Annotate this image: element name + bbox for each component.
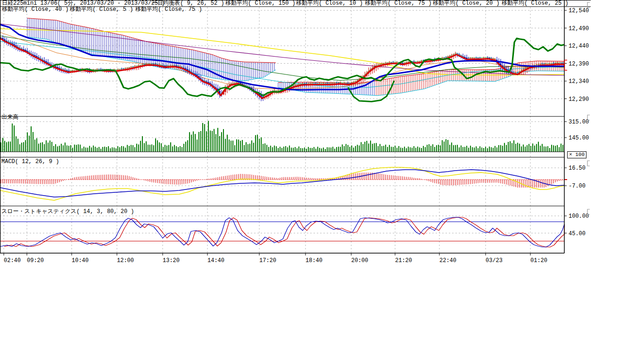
volume-bar bbox=[227, 135, 228, 152]
volume-bar bbox=[19, 144, 20, 152]
volume-bar bbox=[461, 146, 462, 152]
volume-bar bbox=[349, 147, 350, 152]
volume-bar bbox=[193, 132, 194, 152]
volume-bar bbox=[272, 147, 273, 152]
volume-bar bbox=[504, 143, 505, 152]
volume-bar bbox=[178, 147, 179, 152]
volume-bar bbox=[204, 124, 205, 152]
volume-bar bbox=[508, 142, 509, 152]
volume-bar bbox=[429, 144, 429, 152]
volume-bar bbox=[295, 147, 296, 152]
volume-bar bbox=[263, 144, 264, 152]
volume-bar bbox=[189, 132, 190, 152]
volume-bar bbox=[532, 143, 533, 152]
volume-bar bbox=[421, 148, 422, 152]
volume-bar bbox=[472, 147, 473, 152]
volume-bar bbox=[195, 134, 196, 152]
volume-bar bbox=[506, 145, 507, 152]
volume-bar bbox=[6, 142, 7, 152]
legend-ma75b: 移動平均( Close, 75 ) bbox=[135, 7, 202, 13]
volume-bar bbox=[444, 141, 445, 152]
volume-bar bbox=[93, 146, 94, 152]
volume-bar bbox=[487, 148, 488, 152]
volume-bar bbox=[476, 146, 477, 152]
volume-bar bbox=[289, 146, 290, 152]
volume-bar bbox=[485, 147, 486, 152]
volume-bar bbox=[53, 146, 54, 152]
volume-bar bbox=[515, 144, 516, 152]
volume-bar bbox=[125, 148, 126, 152]
volume-bar bbox=[106, 147, 107, 152]
x-axis-label: 12:00 bbox=[117, 257, 134, 264]
chart-application-window: { "header": { "row1": ["日経225mini 13/06(… bbox=[0, 0, 644, 362]
volume-bar bbox=[363, 144, 363, 152]
volume-bar bbox=[551, 145, 552, 152]
volume-bar bbox=[436, 145, 437, 152]
volume-bar bbox=[215, 134, 216, 152]
volume-bar bbox=[187, 140, 188, 152]
volume-bar bbox=[83, 147, 84, 152]
volume-bar bbox=[398, 146, 399, 152]
volume-bar bbox=[110, 148, 111, 152]
volume-bar bbox=[223, 129, 224, 152]
volume-bar bbox=[342, 144, 343, 152]
volume-bar bbox=[14, 125, 15, 152]
volume-bar bbox=[4, 141, 5, 152]
volume-bar bbox=[562, 145, 563, 152]
volume-bar bbox=[261, 137, 262, 152]
volume-bar bbox=[404, 147, 405, 152]
volume-bar bbox=[174, 145, 175, 152]
x-axis-label: 02:40 bbox=[4, 257, 21, 264]
volume-bar bbox=[527, 145, 528, 152]
volume-bar bbox=[561, 144, 561, 152]
volume-bar bbox=[217, 128, 218, 152]
volume-bar bbox=[48, 142, 49, 152]
volume-bar bbox=[42, 142, 43, 152]
volume-bar bbox=[138, 144, 139, 152]
volume-bar bbox=[78, 144, 79, 152]
volume-bar bbox=[340, 147, 341, 152]
volume-bar bbox=[353, 148, 354, 152]
volume-bar bbox=[59, 146, 60, 152]
volume-bar bbox=[163, 147, 164, 152]
volume-bar bbox=[451, 142, 452, 152]
volume-bar bbox=[10, 141, 11, 152]
volume-bar bbox=[385, 145, 386, 152]
volume-bar bbox=[191, 135, 192, 152]
legend-ma40: 移動平均( Close, 40 ) bbox=[2, 7, 69, 13]
volume-bar bbox=[310, 148, 311, 152]
volume-bar bbox=[525, 147, 526, 152]
volume-bar bbox=[481, 148, 482, 152]
volume-bar bbox=[357, 145, 358, 152]
volume-bar bbox=[400, 148, 401, 152]
volume-bar bbox=[36, 138, 37, 152]
volume-bar bbox=[300, 148, 301, 152]
volume-bar bbox=[242, 140, 243, 152]
volume-bar bbox=[116, 148, 116, 152]
volume-bar bbox=[500, 145, 501, 152]
volume-bar bbox=[327, 147, 328, 152]
volume-bar bbox=[423, 146, 424, 152]
volume-bar bbox=[104, 147, 105, 152]
volume-bar bbox=[246, 142, 247, 152]
volume-bar bbox=[74, 145, 75, 152]
volume-bar bbox=[172, 147, 173, 152]
chart-canvas: 12,54012,49012,44012,39012,34012,290315.… bbox=[0, 0, 644, 362]
volume-bar bbox=[55, 144, 56, 152]
volume-bar bbox=[61, 144, 62, 152]
legend-ma10: 移動平均( Close, 10 ) bbox=[296, 0, 363, 7]
x-axis-label: 01:20 bbox=[530, 257, 547, 264]
volume-bar bbox=[417, 147, 418, 152]
volume-bar bbox=[283, 147, 284, 152]
volume-bar bbox=[159, 142, 160, 152]
volume-bar bbox=[380, 144, 380, 152]
volume-bar bbox=[44, 144, 45, 152]
volume-bar bbox=[528, 144, 529, 152]
volume-bar bbox=[321, 148, 322, 152]
volume-bar bbox=[372, 144, 373, 152]
volume-bar bbox=[545, 147, 546, 152]
volume-bar bbox=[408, 147, 409, 152]
volume-bar bbox=[496, 148, 497, 152]
volume-bar bbox=[462, 147, 463, 152]
volume-bar bbox=[170, 142, 171, 152]
